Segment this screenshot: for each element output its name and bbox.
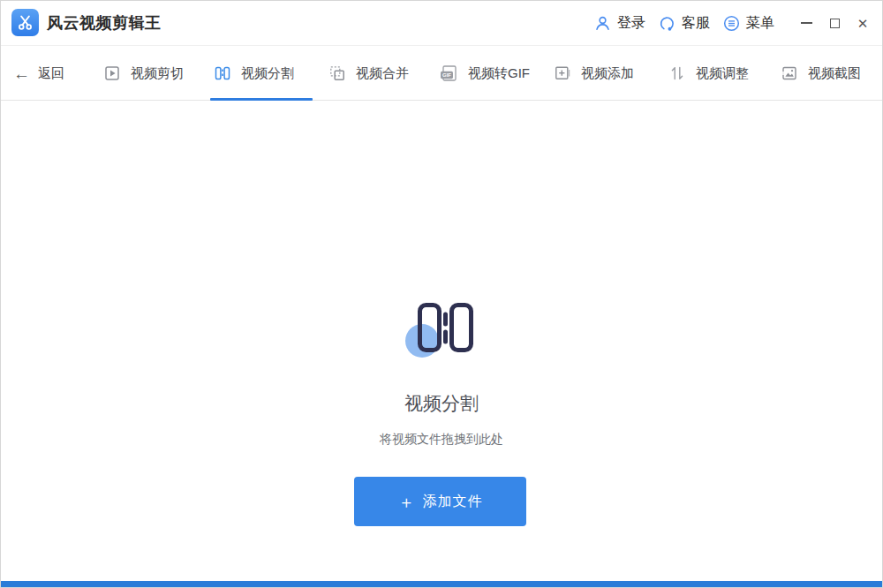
app-logo	[11, 9, 39, 36]
login-button[interactable]: 登录	[594, 14, 645, 33]
dropzone[interactable]: 视频分割 将视频文件拖拽到此处 ＋ 添加文件	[1, 102, 882, 581]
video-add-icon	[554, 64, 571, 82]
back-button[interactable]: ← 返回	[13, 46, 64, 101]
back-arrow-icon: ←	[13, 65, 30, 82]
tab-label: 视频剪切	[131, 65, 184, 82]
maximize-icon	[830, 19, 840, 28]
maximize-button[interactable]	[820, 1, 849, 45]
close-icon: ✕	[857, 17, 869, 30]
tab-video-adjust[interactable]: 视频调整	[668, 46, 749, 101]
dropzone-title: 视频分割	[1, 391, 882, 416]
scissors-icon	[16, 13, 34, 32]
tab-video-split[interactable]: 视频分割	[214, 46, 294, 101]
menu-icon	[723, 15, 740, 32]
video-merge-icon	[328, 64, 346, 82]
minimize-icon	[801, 22, 812, 24]
menu-label: 菜单	[746, 14, 774, 33]
back-label: 返回	[38, 65, 64, 82]
app-title: 风云视频剪辑王	[47, 1, 162, 45]
video-split-icon	[214, 64, 231, 82]
navbar: ← 返回 视频剪切 视频分割 视频合并	[1, 45, 882, 101]
tab-video-add[interactable]: 视频添加	[554, 46, 634, 101]
tab-video-merge[interactable]: 视频合并	[328, 46, 409, 101]
login-label: 登录	[617, 14, 645, 33]
video-split-hero-icon	[404, 298, 475, 359]
add-file-button[interactable]: ＋ 添加文件	[354, 477, 526, 526]
plus-icon: ＋	[398, 494, 415, 510]
svg-text:GIF: GIF	[442, 72, 451, 78]
add-file-button-label: 添加文件	[423, 493, 483, 511]
customer-service-label: 客服	[682, 14, 710, 33]
tab-label: 视频合并	[356, 65, 409, 82]
video-cut-icon	[103, 64, 121, 82]
tab-label: 视频分割	[241, 65, 294, 82]
active-tab-underline	[210, 98, 313, 101]
video-to-gif-icon: GIF	[439, 64, 458, 82]
tab-label: 视频添加	[581, 65, 634, 82]
dropzone-hint: 将视频文件拖拽到此处	[1, 432, 882, 448]
tab-video-screenshot[interactable]: 视频截图	[781, 46, 861, 101]
bottom-accent-bar	[1, 581, 882, 587]
titlebar: 风云视频剪辑王 登录 客服	[1, 1, 882, 45]
menu-button[interactable]: 菜单	[723, 14, 774, 33]
tab-video-to-gif[interactable]: GIF 视频转GIF	[439, 46, 530, 101]
tab-label: 视频截图	[808, 65, 861, 82]
tab-video-cut[interactable]: 视频剪切	[103, 46, 184, 101]
video-screenshot-icon	[781, 64, 798, 82]
close-button[interactable]: ✕	[849, 1, 877, 45]
user-icon	[594, 15, 611, 32]
minimize-button[interactable]	[792, 1, 820, 45]
tab-label: 视频调整	[696, 65, 749, 82]
tab-label: 视频转GIF	[468, 65, 530, 82]
video-adjust-icon	[668, 64, 686, 82]
customer-service-button[interactable]: 客服	[659, 14, 710, 33]
headset-icon	[659, 15, 675, 32]
